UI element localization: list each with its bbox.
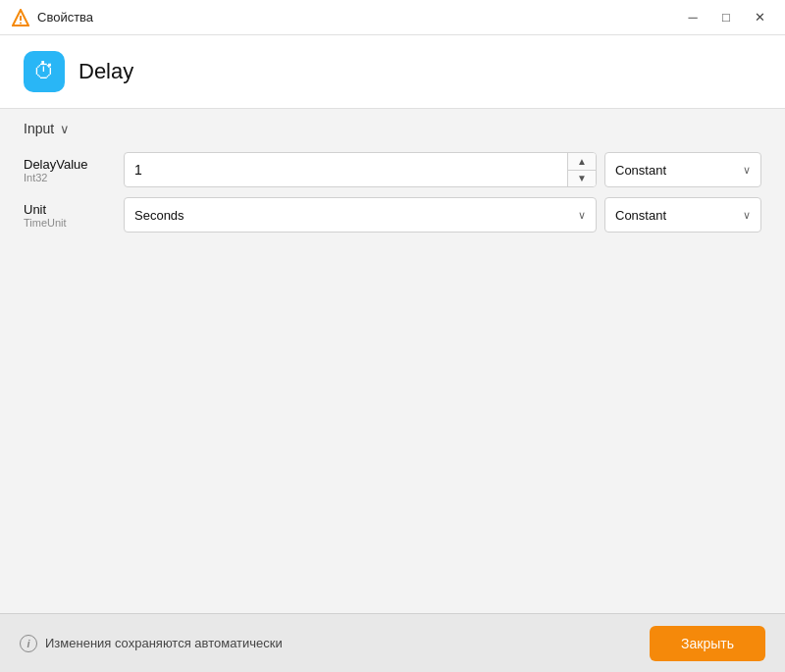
unit-mode-text: Constant	[615, 208, 666, 223]
unit-type: TimeUnit	[24, 217, 112, 229]
close-button[interactable]: Закрыть	[650, 626, 765, 661]
unit-mode-chevron-icon: ∨	[743, 209, 751, 222]
property-row-unit: Unit TimeUnit Seconds ∨ Constant ∨	[24, 197, 761, 233]
close-window-button[interactable]: ✕	[746, 8, 773, 27]
unit-value-text: Seconds	[134, 208, 184, 223]
panel-header: ⏱ Delay	[0, 35, 785, 109]
info-icon: i	[20, 635, 37, 652]
delay-icon-symbol: ⏱	[33, 59, 55, 84]
unit-control: Seconds ∨ Constant ∨	[124, 197, 761, 233]
panel-title: Delay	[78, 59, 133, 84]
spinner-buttons: ▲ ▼	[567, 153, 596, 186]
delayvalue-input-wrap: ▲ ▼	[124, 152, 597, 187]
window-title: Свойства	[37, 10, 93, 25]
footer: i Изменения сохраняются автоматически За…	[0, 613, 785, 672]
delayvalue-input[interactable]	[125, 153, 567, 186]
maximize-button[interactable]: □	[712, 8, 740, 27]
delayvalue-mode-text: Constant	[615, 163, 666, 178]
title-bar: Свойства ─ □ ✕	[0, 0, 785, 35]
delayvalue-mode-dropdown[interactable]: Constant ∨	[604, 152, 761, 187]
unit-name: Unit	[24, 202, 112, 217]
title-bar-left: Свойства	[12, 9, 93, 26]
section-header: Input ∨	[0, 109, 785, 144]
property-row-delayvalue: DelayValue Int32 ▲ ▼ Constant ∨	[24, 152, 761, 187]
footer-info: i Изменения сохраняются автоматически	[20, 635, 283, 652]
unit-label: Unit TimeUnit	[24, 202, 112, 229]
delay-icon: ⏱	[24, 51, 65, 92]
unit-value-chevron-icon: ∨	[578, 209, 586, 222]
section-label: Input	[24, 121, 54, 136]
spin-up-button[interactable]: ▲	[568, 153, 596, 171]
footer-info-text: Изменения сохраняются автоматически	[45, 636, 283, 650]
delayvalue-type: Int32	[24, 172, 112, 183]
delayvalue-label: DelayValue Int32	[24, 157, 112, 183]
properties-area: DelayValue Int32 ▲ ▼ Constant ∨	[0, 144, 785, 613]
unit-value-dropdown[interactable]: Seconds ∨	[124, 197, 597, 233]
spin-down-button[interactable]: ▼	[568, 171, 596, 187]
svg-point-2	[20, 22, 22, 24]
delayvalue-control: ▲ ▼ Constant ∨	[124, 152, 761, 187]
app-logo-icon	[12, 9, 29, 26]
delayvalue-name: DelayValue	[24, 157, 112, 172]
main-panel: ⏱ Delay Input ∨ DelayValue Int32 ▲ ▼	[0, 35, 785, 613]
unit-mode-dropdown[interactable]: Constant ∨	[604, 197, 761, 233]
minimize-button[interactable]: ─	[679, 8, 706, 27]
delayvalue-mode-chevron-icon: ∨	[743, 164, 751, 177]
window-controls: ─ □ ✕	[679, 8, 773, 27]
section-expand-icon[interactable]: ∨	[60, 122, 70, 136]
